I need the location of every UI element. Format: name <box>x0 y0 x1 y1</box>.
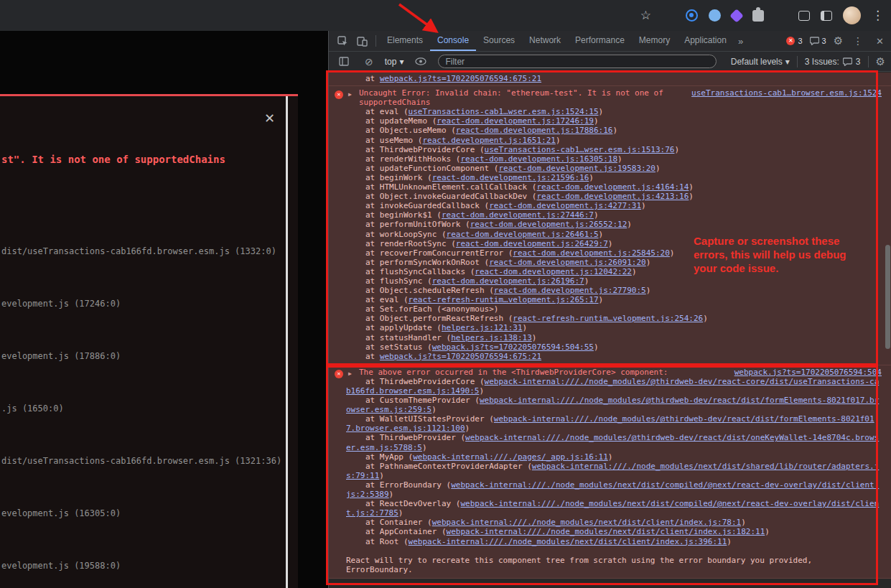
more-tabs-icon[interactable]: » <box>734 36 747 47</box>
stack-source-link[interactable]: helpers.js:138:13 <box>451 333 532 342</box>
tab-application[interactable]: Application <box>677 31 734 51</box>
issues-counter[interactable]: 3 Issues: 3 <box>805 57 861 67</box>
stack-source-link[interactable]: react-dom.development.js:26552:12 <box>470 220 628 229</box>
stack-text: at Container ( <box>365 518 432 527</box>
stack-source-link[interactable]: react-dom.development.js:4277:31 <box>489 201 641 210</box>
device-toolbar-icon[interactable] <box>357 36 368 47</box>
stack-frame: at HTMLUnknownElement.callCallback (reac… <box>346 182 882 192</box>
stack-text: ) <box>689 182 694 192</box>
profile-avatar[interactable] <box>843 6 861 24</box>
stack-text: at ThirdwebProviderCore ( <box>365 145 485 154</box>
stack-source-link[interactable]: react-dom.development.js:21596:16 <box>432 173 589 182</box>
stack-source-link[interactable]: react-dom.development.js:27790:5 <box>494 286 646 295</box>
expand-caret-icon[interactable]: ▶ <box>348 369 352 378</box>
inspect-element-icon[interactable] <box>337 36 348 47</box>
stack-text: at ErrorBoundary ( <box>365 480 451 490</box>
stack-frame: at Object.useMemo (react-dom.development… <box>346 126 882 135</box>
stack-source-link[interactable]: react-dom.development.js:17246:19 <box>437 116 594 126</box>
stack-source-link[interactable]: webpack-internal:///./pages/_app.js:16:1… <box>413 452 608 462</box>
stack-frame: at statusHandler (helpers.js:138:13) <box>346 333 882 342</box>
cast-icon[interactable] <box>798 11 810 21</box>
stack-source-link[interactable]: webpack-internal:///./node_modules/next/… <box>409 537 727 546</box>
console-scrollbar[interactable] <box>885 245 890 349</box>
stack-source-link[interactable]: react-dom.development.js:26091:20 <box>489 258 646 267</box>
extensions-puzzle-icon[interactable] <box>752 10 764 22</box>
devtools-panel: ElementsConsoleSourcesNetworkPerformance… <box>328 31 891 588</box>
devtools-settings-gear-icon[interactable]: ⚙ <box>834 34 843 47</box>
stack-text: at HTMLUnknownElement.callCallback ( <box>365 182 536 192</box>
stack-frame: at renderRootSync (react-dom.development… <box>346 239 882 248</box>
console-settings-gear-icon[interactable]: ⚙ <box>876 55 885 68</box>
stack-source-link[interactable]: react-dom.development.js:16305:18 <box>460 154 617 164</box>
stack-frame: at ReactDevOverlay (webpack-internal:///… <box>346 499 882 518</box>
stack-source-link[interactable]: useTransactions-cab1…wser.esm.js:1513:76 <box>485 145 675 154</box>
stack-source-link[interactable]: react-dom.development.js:27446:7 <box>442 210 594 220</box>
stack-frame: at updateMemo (react-dom.development.js:… <box>346 116 882 126</box>
menu-kebab-icon[interactable]: ⋮ <box>872 9 884 22</box>
stack-frame: at beginWork$1 (react-dom.development.js… <box>346 210 882 220</box>
stack-source-link[interactable]: webpack.js?ts=1702205076594:675:21 <box>380 74 541 83</box>
error-count-badge[interactable]: ✕ 3 <box>786 37 802 45</box>
stack-source-link[interactable]: react-dom.development.js:26429:7 <box>456 239 608 248</box>
tab-performance[interactable]: Performance <box>568 31 632 51</box>
execution-context-select[interactable]: top ▾ <box>385 57 404 67</box>
stack-text: at renderWithHooks ( <box>365 154 460 164</box>
clear-console-icon[interactable]: ⊘ <box>365 56 373 67</box>
devtools-close-icon[interactable]: ✕ <box>873 36 887 47</box>
side-panel-icon[interactable] <box>821 11 832 21</box>
stack-text: at AppContainer ( <box>365 527 447 536</box>
stack-source-link[interactable]: helpers.js:121:31 <box>442 323 523 332</box>
stack-text: at CustomThemeProvider ( <box>365 396 480 405</box>
tab-sources[interactable]: Sources <box>476 31 522 51</box>
extension-blue-icon[interactable] <box>686 9 698 22</box>
devtools-kebab-icon[interactable]: ⋮ <box>850 35 866 47</box>
stack-source-link[interactable]: react-dom.development.js:25845:20 <box>513 248 670 258</box>
stack-source-link[interactable]: react-refresh-runtim…velopment.js:265:17 <box>409 295 599 304</box>
close-icon[interactable]: ✕ <box>264 111 275 126</box>
expand-caret-icon[interactable]: ▶ <box>348 90 352 99</box>
error-message: The above error occurred in the <Thirdwe… <box>346 368 724 377</box>
stack-text: ) <box>727 537 732 546</box>
stack-source-link[interactable]: react-dom.development.js:19583:20 <box>498 164 656 173</box>
stack-frame: at beginWork (react-dom.development.js:2… <box>346 173 882 182</box>
tab-elements[interactable]: Elements <box>380 31 430 51</box>
stack-text: ) <box>594 210 599 220</box>
error-source-link[interactable]: webpack.js?ts=1702205076594:504 <box>734 368 882 377</box>
error-source-link[interactable]: useTransactions-cab1…browser.esm.js:1524 <box>691 88 882 98</box>
stack-source-link[interactable]: webpack-internal:///./node_modules/next/… <box>432 518 741 527</box>
stack-source-link[interactable]: webpack.js?ts=1702205076594:504:55 <box>432 342 594 352</box>
stack-source-link[interactable]: react.development.js:1651:21 <box>422 136 555 145</box>
tab-network[interactable]: Network <box>522 31 568 51</box>
stack-source-link[interactable]: webpack.js?ts=1702205076594:675:21 <box>380 352 541 361</box>
filter-input[interactable] <box>438 55 716 68</box>
console-error-block-1: ✕ ▶ Uncaught Error: Invalid chain: "ethe… <box>329 86 891 365</box>
devtools-badges: ✕ 3 3 ⚙ ⋮ ✕ <box>786 34 887 47</box>
page-scrollbar[interactable] <box>286 96 288 588</box>
stack-source-link[interactable]: react-dom.development.js:4164:14 <box>536 182 689 192</box>
stack-source-link[interactable]: react-dom.development.js:12042:22 <box>475 267 632 276</box>
message-count-badge[interactable]: 3 <box>810 37 826 45</box>
stack-source-link[interactable]: react-dom.development.js:26196:7 <box>432 276 584 286</box>
issues-count: 3 <box>856 57 861 67</box>
stack-source-link[interactable]: useTransactions-cab1…wser.esm.js:1524:15 <box>409 107 599 116</box>
stack-source-link[interactable]: react-dom.development.js:26461:5 <box>447 230 599 239</box>
stack-text: at beginWork$1 ( <box>365 210 442 220</box>
stack-frame: at PathnameContextProviderAdapter (webpa… <box>346 462 882 480</box>
message-count: 3 <box>822 37 826 45</box>
extension-purple-icon[interactable] <box>729 9 744 23</box>
stack-text: ) <box>389 490 394 499</box>
stack-source-link[interactable]: webpack-internal:///./node_modules/next/… <box>447 527 765 536</box>
tab-memory[interactable]: Memory <box>632 31 677 51</box>
console-sidebar-icon[interactable] <box>339 57 349 66</box>
bookmark-star-icon[interactable]: ☆ <box>640 9 651 22</box>
live-expression-eye-icon[interactable] <box>415 57 426 65</box>
stack-frame: at flushSync (react-dom.development.js:2… <box>346 276 882 286</box>
divider <box>797 56 798 67</box>
stack-source-link[interactable]: react-dom.development.js:17886:16 <box>456 126 613 135</box>
stack-source-link[interactable]: react-refresh-runtim…velopment.js:254:26 <box>513 314 703 323</box>
browser-toolbar-icons: ☆ ⋮ <box>640 0 884 31</box>
extension-lightblue-icon[interactable] <box>709 9 721 22</box>
stack-source-link[interactable]: react-dom.development.js:4213:16 <box>536 192 689 201</box>
tab-console[interactable]: Console <box>430 31 476 51</box>
log-levels-select[interactable]: Default levels ▾ <box>731 57 790 67</box>
